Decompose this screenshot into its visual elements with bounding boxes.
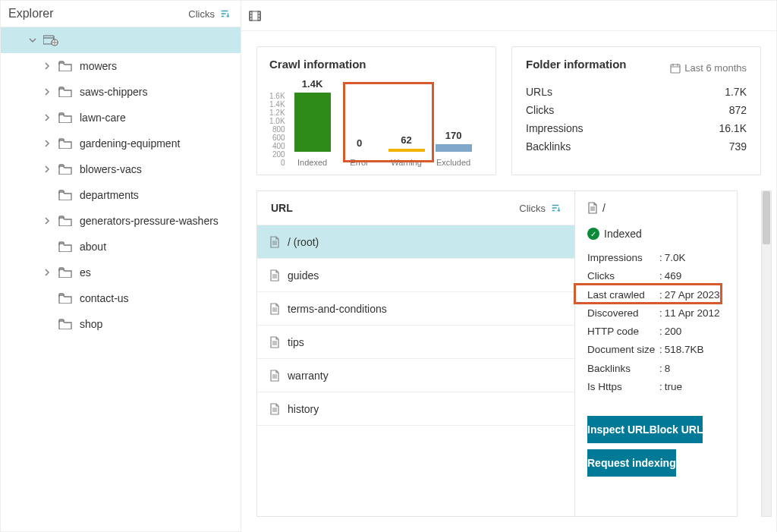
sidebar-item-lawn-care[interactable]: lawn-care	[1, 105, 241, 131]
detail-value: 7.0K	[665, 249, 686, 267]
sidebar-item-gardening-equipment[interactable]: gardening-equipment	[1, 131, 241, 156]
url-row[interactable]: terms-and-conditions	[257, 292, 574, 326]
document-icon	[587, 202, 598, 214]
calendar-icon	[670, 63, 681, 74]
date-range[interactable]: Last 6 months	[670, 62, 747, 74]
detail-kv: Is Https:true	[587, 378, 725, 396]
detail-kv: HTTP code:200	[587, 323, 725, 341]
tree-root[interactable]	[1, 27, 241, 53]
sidebar-item-shop[interactable]: shop	[1, 311, 241, 337]
detail-kv: Discovered:11 Apr 2012	[587, 304, 725, 323]
tree-item-label: lawn-care	[80, 112, 126, 124]
detail-key: Document size	[587, 341, 659, 359]
bar-label: Warning	[391, 158, 422, 167]
content-row: URL Clicks / (root)guidesterms-and-condi…	[241, 190, 776, 532]
url-row-label: tips	[288, 336, 304, 348]
metric-value: 872	[719, 104, 747, 116]
status-label: Indexed	[604, 228, 642, 240]
svg-rect-4	[258, 11, 260, 20]
bar-value: 1.4K	[302, 78, 322, 90]
bar-rect	[436, 144, 472, 152]
detail-value: 518.7KB	[665, 341, 704, 359]
detail-kv: Clicks:469	[587, 267, 725, 285]
detail-value: 469	[665, 267, 682, 285]
sidebar-item-es[interactable]: es	[1, 260, 241, 285]
main-toolbar	[241, 1, 776, 31]
scrollbar-thumb[interactable]	[763, 191, 770, 244]
sidebar-item-departments[interactable]: departments	[1, 182, 241, 208]
chevron-right-icon	[43, 217, 52, 225]
url-row[interactable]: / (root)	[257, 225, 574, 259]
crawl-bar-excluded[interactable]: 170Excluded	[436, 130, 472, 167]
bar-value: 0	[357, 137, 362, 149]
sidebar-title: Explorer	[8, 7, 54, 20]
detail-key: Impressions	[587, 249, 659, 267]
detail-kv: Backlinks:8	[587, 360, 725, 378]
url-row-label: warranty	[288, 370, 329, 382]
crawl-bar-indexed[interactable]: 1.4KIndexed	[294, 78, 331, 167]
detail-path: /	[587, 202, 725, 214]
block-url-button[interactable]: Block URL	[650, 416, 703, 443]
metric-key: Impressions	[526, 122, 719, 134]
chevron-right-icon	[43, 114, 52, 121]
folder-info-card: Folder information Last 6 months URLs1.7…	[511, 46, 761, 175]
chevron-down-icon	[28, 36, 37, 45]
crawl-bar-error[interactable]: 0Error	[341, 137, 378, 167]
sidebar-header: Explorer Clicks	[1, 1, 241, 27]
url-row[interactable]: tips	[257, 326, 574, 359]
url-row[interactable]: guides	[257, 259, 574, 292]
sidebar-item-mowers[interactable]: mowers	[1, 53, 241, 79]
sidebar-item-about[interactable]: about	[1, 234, 241, 260]
detail-panel: / ✓ Indexed Impressions:7.0KClicks:469La…	[575, 190, 738, 517]
url-sort[interactable]: Clicks	[519, 203, 561, 214]
sidebar-sort[interactable]: Clicks	[188, 8, 230, 20]
globe-folder-icon	[43, 34, 58, 46]
chevron-right-icon	[43, 269, 52, 276]
chevron-right-icon	[43, 140, 52, 147]
svg-rect-2	[250, 11, 260, 20]
url-row[interactable]: warranty	[257, 359, 574, 392]
detail-value: 8	[665, 360, 671, 378]
detail-key: Backlinks	[587, 360, 659, 378]
url-list-title: URL	[271, 202, 293, 214]
inspect-url-button[interactable]: Inspect URL	[587, 416, 650, 443]
crawl-bars: 1.4KIndexed0Error62Warning170Excluded	[294, 78, 483, 167]
tree-item-label: gardening-equipment	[80, 137, 180, 150]
sidebar-item-generators-pressure-washers[interactable]: generators-pressure-washers	[1, 208, 241, 234]
metric-value: 16.1K	[719, 122, 747, 134]
detail-kv: Document size:518.7KB	[587, 341, 725, 359]
url-row[interactable]: history	[257, 392, 574, 426]
detail-kv: Last crawled:27 Apr 2023	[587, 286, 725, 304]
scrollbar[interactable]	[761, 190, 772, 517]
url-row-label: terms-and-conditions	[288, 303, 387, 315]
app-root: Explorer Clicks mowerssaws-chipperslawn-…	[0, 0, 777, 532]
sidebar-item-saws-chippers[interactable]: saws-chippers	[1, 79, 241, 105]
film-icon[interactable]	[249, 10, 261, 22]
tree-item-label: about	[80, 241, 106, 253]
cards-row: Crawl information 1.6K1.4K1.2K1.0K800600…	[241, 31, 776, 190]
detail-kv: Impressions:7.0K	[587, 249, 725, 267]
request-indexing-button[interactable]: Request indexing	[587, 449, 676, 477]
folder-title: Folder information	[526, 58, 627, 71]
sidebar-item-contact-us[interactable]: contact-us	[1, 285, 241, 311]
metric-key: Clicks	[526, 104, 719, 116]
sidebar-item-blowers-vacs[interactable]: blowers-vacs	[1, 156, 241, 182]
crawl-title: Crawl information	[269, 58, 483, 71]
bar-rect	[294, 93, 331, 152]
svg-rect-3	[250, 11, 252, 20]
bar-label: Indexed	[297, 158, 327, 167]
detail-key: Is Https	[587, 378, 659, 396]
crawl-bar-warning[interactable]: 62Warning	[388, 134, 425, 167]
metric-key: URLs	[526, 86, 719, 98]
crawl-yaxis: 1.6K1.4K1.2K1.0K8006004002000	[269, 92, 285, 167]
detail-value: 11 Apr 2012	[665, 304, 720, 323]
chevron-right-icon	[43, 88, 52, 96]
chevron-right-icon	[43, 62, 52, 70]
tree-item-label: departments	[80, 189, 139, 201]
check-circle-icon: ✓	[587, 228, 599, 240]
bar-label: Excluded	[436, 158, 470, 167]
url-row-label: / (root)	[288, 236, 319, 248]
sort-label: Clicks	[188, 8, 215, 20]
detail-key: Last crawled	[587, 286, 659, 304]
sort-icon	[550, 203, 561, 213]
